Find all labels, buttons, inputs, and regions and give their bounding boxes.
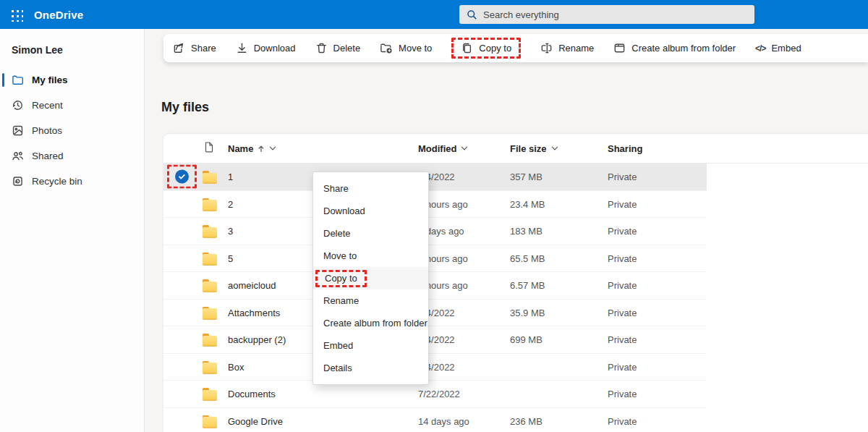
context-menu-item-share[interactable]: Share xyxy=(313,177,428,200)
file-type-column-icon[interactable] xyxy=(204,142,213,155)
folder-icon xyxy=(203,334,217,345)
selection-highlight-box xyxy=(167,165,197,189)
move-to-icon xyxy=(380,42,393,54)
file-size: 35.9 MB xyxy=(510,300,545,327)
file-size: 183 MB xyxy=(510,218,542,245)
file-name: 2 xyxy=(228,191,233,219)
people-icon xyxy=(12,150,24,162)
sidebar-item-recent[interactable]: Recent xyxy=(0,93,144,118)
selected-checkbox-icon[interactable] xyxy=(175,170,189,184)
context-menu: Share Download Delete Move to Copy to Re… xyxy=(312,171,429,385)
file-row[interactable]: 5 2 hours ago 65.5 MB Private xyxy=(163,245,707,273)
main-content: Share Download Delete xyxy=(145,29,868,432)
file-sharing: Private xyxy=(608,300,637,327)
delete-button[interactable]: Delete xyxy=(315,42,361,54)
copy-icon xyxy=(461,42,473,54)
column-header-name[interactable]: Name xyxy=(228,134,276,163)
move-to-label: Move to xyxy=(399,43,432,54)
file-name: Attachments xyxy=(228,300,280,327)
search-input[interactable] xyxy=(483,9,754,20)
file-sharing: Private xyxy=(608,245,637,273)
copy-to-label: Copy to xyxy=(479,43,511,54)
file-table: Name Modified xyxy=(163,133,868,432)
folder-icon xyxy=(203,253,217,264)
context-menu-item-download[interactable]: Download xyxy=(313,200,428,222)
create-album-button[interactable]: Create album from folder xyxy=(613,42,736,54)
share-label: Share xyxy=(191,43,216,54)
file-row[interactable]: Documents 7/22/2022 Private xyxy=(163,381,707,408)
file-size: 6.57 MB xyxy=(510,272,545,300)
sidebar-item-label: My files xyxy=(32,75,68,85)
search-icon xyxy=(467,9,477,20)
rename-icon xyxy=(540,42,553,54)
file-sharing: Private xyxy=(608,164,637,191)
sidebar-item-label: Recent xyxy=(32,100,63,111)
file-name: aomeicloud xyxy=(228,272,276,300)
app-launcher-icon[interactable] xyxy=(9,8,23,22)
context-menu-item-details[interactable]: Details xyxy=(313,357,428,379)
app-title: OneDrive xyxy=(34,9,83,21)
folder-icon xyxy=(203,279,217,291)
copy-to-button[interactable]: Copy to xyxy=(451,38,521,59)
photo-icon xyxy=(12,124,24,137)
embed-button[interactable]: </> Embed xyxy=(755,43,801,54)
chevron-down-icon xyxy=(551,146,558,151)
file-name: 1 xyxy=(228,164,233,191)
sidebar-item-photos[interactable]: Photos xyxy=(0,118,144,143)
folder-icon xyxy=(203,361,217,373)
file-sharing: Private xyxy=(608,191,637,219)
file-row[interactable]: Google Drive 14 days ago 236 MB Private xyxy=(163,408,707,432)
file-row[interactable]: Box 7/4/2022 Private xyxy=(163,354,707,381)
folder-icon xyxy=(12,74,24,86)
embed-icon: </> xyxy=(755,43,765,54)
file-size: 23.4 MB xyxy=(510,191,545,219)
file-sharing: Private xyxy=(608,381,637,408)
sidebar-item-label: Photos xyxy=(32,125,62,136)
chevron-down-icon xyxy=(269,146,276,151)
column-header-sharing[interactable]: Sharing xyxy=(608,134,642,163)
file-sharing: Private xyxy=(608,354,637,381)
context-menu-item-delete[interactable]: Delete xyxy=(313,222,428,245)
file-row[interactable]: 1 7/4/2022 357 MB Private xyxy=(163,164,707,191)
file-sharing: Private xyxy=(608,408,637,432)
file-row[interactable]: aomeicloud 2 hours ago 6.57 MB Private xyxy=(163,272,707,300)
file-size: 699 MB xyxy=(510,326,542,354)
file-name: 5 xyxy=(228,245,233,273)
download-icon xyxy=(236,42,248,54)
column-header-modified[interactable]: Modified xyxy=(418,134,468,163)
onedrive-window: OneDrive Simon Lee My files xyxy=(0,0,868,432)
download-button[interactable]: Download xyxy=(236,42,296,54)
context-menu-item-create-album-from-folder[interactable]: Create album from folder xyxy=(313,312,428,334)
chevron-down-icon xyxy=(461,146,468,151)
rename-button[interactable]: Rename xyxy=(540,42,594,54)
column-header-file-size[interactable]: File size xyxy=(510,134,558,163)
context-menu-item-move-to[interactable]: Move to xyxy=(313,245,428,267)
sort-ascending-icon xyxy=(258,145,265,153)
file-size: 236 MB xyxy=(510,408,542,432)
context-menu-item-rename[interactable]: Rename xyxy=(313,289,428,312)
file-row[interactable]: 3 3 days ago 183 MB Private xyxy=(163,218,707,245)
context-menu-item-copy-to[interactable]: Copy to xyxy=(313,267,428,289)
trash-icon xyxy=(315,42,328,54)
folder-icon xyxy=(203,307,217,318)
file-row[interactable]: Attachments 7/4/2022 35.9 MB Private xyxy=(163,300,707,327)
file-name: backupper (2) xyxy=(228,326,286,354)
context-menu-item-embed[interactable]: Embed xyxy=(313,334,428,357)
sidebar-item-label: Shared xyxy=(32,151,64,161)
file-name: Box xyxy=(228,354,244,381)
sidebar-item-recycle-bin[interactable]: Recycle bin xyxy=(0,169,144,194)
table-header: Name Modified xyxy=(163,134,868,164)
search-box[interactable] xyxy=(459,5,754,24)
file-row[interactable]: backupper (2) 7/4/2022 699 MB Private xyxy=(163,326,707,354)
file-row[interactable]: 2 2 hours ago 23.4 MB Private xyxy=(163,191,707,219)
share-button[interactable]: Share xyxy=(173,42,216,54)
share-icon xyxy=(173,42,185,54)
folder-icon xyxy=(203,388,217,399)
sidebar-item-my-files[interactable]: My files xyxy=(0,67,144,93)
download-label: Download xyxy=(254,43,296,54)
sidebar-item-shared[interactable]: Shared xyxy=(0,143,144,169)
recycle-bin-icon xyxy=(12,175,24,187)
embed-label: Embed xyxy=(771,43,801,54)
move-to-button[interactable]: Move to xyxy=(380,42,432,54)
file-name: Google Drive xyxy=(228,408,283,432)
